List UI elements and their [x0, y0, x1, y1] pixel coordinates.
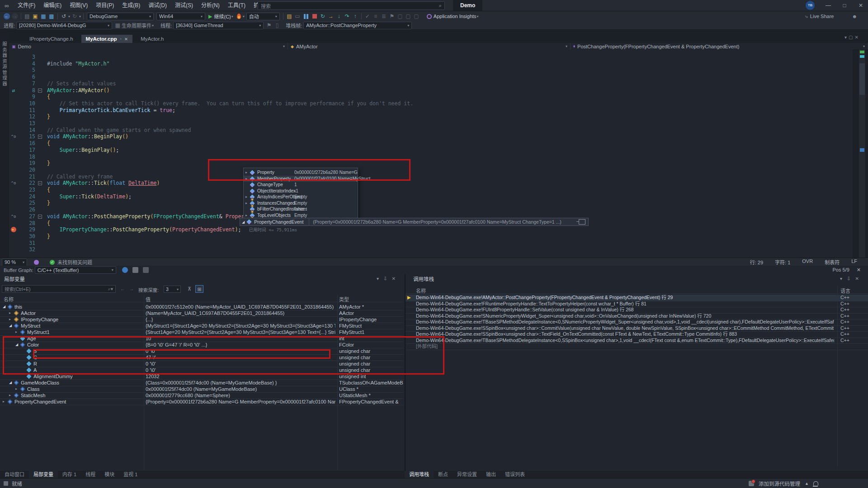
- fold-toggle-icon[interactable]: −: [38, 215, 42, 219]
- expander-icon[interactable]: ▸: [9, 316, 11, 323]
- expander-icon[interactable]: ◢: [9, 380, 12, 386]
- search-next-icon[interactable]: →: [127, 285, 136, 293]
- zoom-combo[interactable]: 90 %▾: [2, 258, 27, 266]
- expander-icon[interactable]: ◢: [15, 342, 18, 348]
- nav-back-icon[interactable]: ←: [4, 13, 10, 19]
- code-line-9[interactable]: 9{: [9, 94, 853, 100]
- close-button[interactable]: ✕: [854, 0, 868, 11]
- code-line-20[interactable]: 20: [9, 167, 853, 174]
- panel-tab-线程[interactable]: 线程: [81, 471, 100, 478]
- locals-row-this[interactable]: ◢this0x000001f27c512e00 (Name=MyActor_UA…: [0, 304, 404, 310]
- code-line-3[interactable]: 3: [9, 54, 853, 61]
- save-all-icon[interactable]: ▩: [47, 12, 56, 20]
- code-line-18[interactable]: 18: [9, 154, 853, 160]
- callstack-row-2[interactable]: Demo-Win64-DebugGame.exe!FUInt8PropertyH…: [406, 307, 868, 313]
- callstack-row-8[interactable]: [外部代码]: [406, 343, 868, 350]
- code-line-17[interactable]: 17 Super::BeginPlay();: [9, 147, 853, 154]
- locals-row-A[interactable]: A0 '\0'unsigned char: [0, 367, 404, 373]
- code-line-30[interactable]: 30}: [9, 233, 853, 240]
- code-line-4[interactable]: 4#include "MyActor.h": [9, 61, 853, 67]
- code-line-11[interactable]: 11 PrimaryActorTick.bCanEverTick = true;: [9, 107, 853, 114]
- restart-icon[interactable]: ↻: [319, 12, 327, 20]
- search-input[interactable]: 搜索 ⌕: [258, 1, 445, 10]
- chevron-down-icon[interactable]: ▾: [859, 44, 865, 48]
- buffer-icon-1[interactable]: [132, 267, 138, 273]
- save-icon[interactable]: ▦: [39, 12, 47, 20]
- continue-button[interactable]: ▶继续(C)▾: [208, 13, 234, 20]
- thread-combo[interactable]: [36340] GameThread▾: [173, 22, 264, 29]
- apply-code-changes-combo[interactable]: 自动▾: [246, 13, 280, 20]
- add-to-source-control-button[interactable]: 添加到源代码管理: [759, 480, 800, 487]
- search-prev-icon[interactable]: ←: [118, 285, 127, 293]
- fold-toggle-icon[interactable]: −: [38, 181, 42, 185]
- datatip-row-Property[interactable]: ▸Property0x000001f272b6a280 Name=G: [244, 169, 358, 176]
- step-over-icon[interactable]: ↷: [343, 12, 351, 20]
- tab-IPropertyChange.h[interactable]: IPropertyChange.h: [25, 35, 78, 43]
- chevron-down-icon[interactable]: ▾: [279, 44, 285, 48]
- format-values-icon[interactable]: ⊞: [195, 285, 203, 293]
- panel-tab-错误列表[interactable]: 错误列表: [500, 471, 529, 478]
- code-line-19[interactable]: 19}: [9, 160, 853, 167]
- panel-tab-自动窗口[interactable]: 自动窗口: [0, 471, 29, 478]
- locals-row-Class[interactable]: ▸Class0x000001f25f74dc00 (Name=MyGameMod…: [0, 386, 404, 392]
- locals-row-AlignmentDummy[interactable]: AlignmentDummy12032unsigned int: [0, 373, 404, 380]
- code-line-32[interactable]: 32: [9, 246, 853, 253]
- code-line-29[interactable]: 29 IPropertyChange::PostChangeProperty(P…: [9, 226, 853, 233]
- lifecycle-events-button[interactable]: 生命周期事件: [122, 22, 151, 29]
- code-line-6[interactable]: 6: [9, 74, 853, 80]
- datatip-row-InstancesChanged[interactable]: ▸InstancesChangedEmpty: [244, 200, 358, 206]
- panel-tab-监视 1[interactable]: 监视 1: [119, 471, 142, 478]
- callstack-row-7[interactable]: Demo-Win64-DebugGame.exe!TBaseSPMethodDe…: [406, 338, 868, 344]
- callstack-row-0[interactable]: Demo-Win64-DebugGame.exe!AMyActor::PostC…: [406, 295, 868, 301]
- code-check-icon[interactable]: ✓: [363, 12, 372, 20]
- dropdown-caret-icon[interactable]: ▾: [243, 14, 245, 19]
- editor-scrollbar[interactable]: [859, 50, 865, 258]
- expander-icon[interactable]: ▸: [15, 386, 17, 392]
- platform-combo[interactable]: Win64▾: [156, 13, 205, 20]
- datatip-row-TopLevelObjects[interactable]: ▸TopLevelObjectsEmpty: [244, 212, 358, 219]
- code-line-31[interactable]: 31: [9, 240, 853, 247]
- menu-item-0[interactable]: 文件(F): [14, 0, 39, 11]
- redo-icon[interactable]: ↻: [71, 12, 79, 20]
- panel-tab-输出[interactable]: 输出: [481, 471, 500, 478]
- code-line-16[interactable]: 16{: [9, 140, 853, 147]
- break-all-icon[interactable]: [303, 14, 309, 19]
- datatip-root-row[interactable]: ◢ PropertyChangedEvent (Property=0x00000…: [240, 218, 589, 226]
- panel-tab-模块[interactable]: 模块: [100, 471, 119, 478]
- buffer-close-icon[interactable]: ✕: [857, 267, 861, 273]
- buffer-icon-2[interactable]: [143, 267, 149, 273]
- code-line-25[interactable]: 25}: [9, 200, 853, 206]
- stop-debugging-icon[interactable]: [312, 14, 317, 19]
- locals-row-B[interactable]: B0 '\0'unsigned char: [0, 348, 404, 354]
- unpin-icon[interactable]: ◦: [120, 37, 122, 41]
- publish-caret-icon[interactable]: ▲: [805, 481, 809, 486]
- menu-item-6[interactable]: 测试(S): [171, 0, 197, 11]
- search-depth-combo[interactable]: 3▾: [164, 286, 181, 293]
- code-line-22[interactable]: ^o22−void AMyActor::Tick(float DeltaTime…: [9, 180, 853, 187]
- expander-icon[interactable]: ▸: [15, 329, 17, 335]
- callstack-row-6[interactable]: Demo-Win64-DebugGame.exe!SSpinBox<unsign…: [406, 331, 868, 338]
- panel-tab-调用堆栈[interactable]: 调用堆栈: [405, 471, 434, 478]
- locals-row-GameModeClass[interactable]: ◢GameModeClass{Class=0x000001f25f74dc00 …: [0, 380, 404, 386]
- buffer-icon-blue[interactable]: [122, 267, 128, 273]
- tab-MyActor.h[interactable]: MyActor.h: [136, 35, 168, 43]
- scrollbar-thumb[interactable]: [859, 63, 865, 95]
- nav-forward-icon[interactable]: →: [12, 13, 18, 19]
- callstack-panel-controls[interactable]: ▾⇩✕: [840, 276, 859, 281]
- callstack-row-4[interactable]: Demo-Win64-DebugGame.exe!TBaseSPMethodDe…: [406, 319, 868, 325]
- code-line-13[interactable]: 13: [9, 120, 853, 127]
- pin-values-icon[interactable]: ⊼: [185, 285, 193, 293]
- dropdown-caret-icon[interactable]: ▾: [79, 14, 81, 19]
- menu-item-3[interactable]: 项目(P): [92, 0, 118, 11]
- code-line-15[interactable]: ^o15−void AMyActor::BeginPlay(): [9, 133, 853, 140]
- fold-toggle-icon[interactable]: −: [38, 135, 42, 139]
- expander-icon[interactable]: ▸: [9, 310, 11, 316]
- callstack-row-3[interactable]: Demo-Win64-DebugGame.exe!SNumericPropert…: [406, 313, 868, 319]
- code-line-5[interactable]: 5: [9, 67, 853, 74]
- step-into-icon[interactable]: ↓: [335, 12, 343, 20]
- code-line-7[interactable]: 7// Sets default values: [9, 80, 853, 87]
- sidebar-tab-server-explorer[interactable]: 服务器资源管理器: [1, 42, 8, 87]
- expander-icon[interactable]: ▸: [9, 392, 11, 399]
- locals-row-Color[interactable]: ◢Color{B=0 '\0' G=47 '/' R=0 '\0' ...}FC…: [0, 342, 404, 348]
- breadcrumb-project[interactable]: ▣Demo▾: [9, 43, 288, 50]
